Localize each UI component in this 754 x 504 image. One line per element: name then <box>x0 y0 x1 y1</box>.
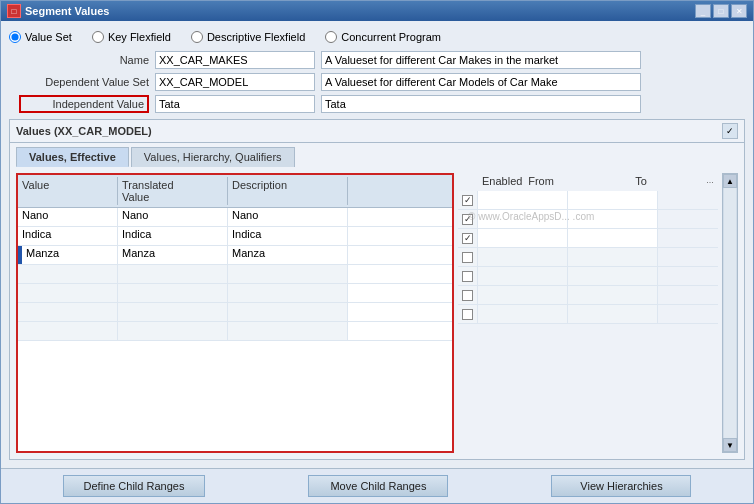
move-child-ranges-button[interactable]: Move Child Ranges <box>308 475 448 497</box>
table-row[interactable]: Indica Indica Indica <box>18 227 452 246</box>
cell-translated: Nano <box>118 208 228 226</box>
table-row[interactable] <box>18 322 452 341</box>
from-cell[interactable] <box>478 267 568 285</box>
cell-desc: Manza <box>228 246 348 264</box>
title-bar: □ Segment Values _ □ ✕ <box>1 1 753 21</box>
from-cell[interactable] <box>478 248 568 266</box>
values-header: Values (XX_CAR_MODEL) ✓ <box>10 120 744 143</box>
right-row <box>458 286 718 305</box>
table-row[interactable]: Nano Nano Nano <box>18 208 452 227</box>
checkbox[interactable] <box>462 290 473 301</box>
checkbox[interactable] <box>462 195 473 206</box>
enabled-check[interactable] <box>458 267 478 285</box>
from-cell[interactable] <box>478 210 568 228</box>
checkbox[interactable] <box>462 233 473 244</box>
enabled-check[interactable] <box>458 305 478 323</box>
right-panel: Enabled From To ... © www.OracleAppsD...… <box>458 173 718 453</box>
maximize-button[interactable]: □ <box>713 4 729 18</box>
independent-value-label: Independent Value <box>19 95 149 113</box>
table-header: Value TranslatedValue Description <box>18 175 452 208</box>
define-child-ranges-button[interactable]: Define Child Ranges <box>63 475 206 497</box>
values-title: Values (XX_CAR_MODEL) <box>16 125 152 137</box>
checkbox[interactable] <box>462 271 473 282</box>
scroll-up-button[interactable]: ▲ <box>723 174 737 188</box>
cell-desc: Indica <box>228 227 348 245</box>
to-cell[interactable] <box>568 229 658 247</box>
radio-concurrent-program-label: Concurrent Program <box>341 31 441 43</box>
cell-translated: Indica <box>118 227 228 245</box>
name-input[interactable] <box>155 51 315 69</box>
radio-key-flexfield-input[interactable] <box>92 31 104 43</box>
enabled-spacer <box>458 175 480 187</box>
radio-value-set-input[interactable] <box>9 31 21 43</box>
radio-concurrent-program-input[interactable] <box>325 31 337 43</box>
close-button[interactable]: ✕ <box>731 4 747 18</box>
table-row[interactable] <box>18 265 452 284</box>
table-row[interactable] <box>18 303 452 322</box>
name-desc-input[interactable] <box>321 51 641 69</box>
dep-value-set-input[interactable] <box>155 73 315 91</box>
form-section: Name Dependent Value Set Independent Val… <box>9 51 745 113</box>
cell-value <box>18 284 118 302</box>
name-label: Name <box>19 54 149 66</box>
enabled-check[interactable] <box>458 210 478 228</box>
to-cell[interactable] <box>568 191 658 209</box>
right-row <box>458 305 718 324</box>
to-cell[interactable] <box>568 267 658 285</box>
col-extra: ... <box>702 175 718 187</box>
table-row[interactable]: Manza Manza Manza <box>18 246 452 265</box>
independent-value-input[interactable] <box>155 95 315 113</box>
tab-hierarchy[interactable]: Values, Hierarchy, Qualifiers <box>131 147 295 167</box>
radio-descriptive-flexfield[interactable]: Descriptive Flexfield <box>191 31 305 43</box>
name-row: Name <box>19 51 745 69</box>
radio-key-flexfield-label: Key Flexfield <box>108 31 171 43</box>
right-header: Enabled From To ... <box>458 173 718 189</box>
radio-descriptive-flexfield-input[interactable] <box>191 31 203 43</box>
col-value: Value <box>18 177 118 205</box>
checkbox[interactable] <box>462 214 473 225</box>
enabled-check[interactable] <box>458 286 478 304</box>
from-cell[interactable] <box>478 305 568 323</box>
cell-value: Nano <box>18 208 118 226</box>
values-check-icon[interactable]: ✓ <box>722 123 738 139</box>
dep-value-set-row: Dependent Value Set <box>19 73 745 91</box>
radio-key-flexfield[interactable]: Key Flexfield <box>92 31 171 43</box>
radio-value-set-label: Value Set <box>25 31 72 43</box>
radio-concurrent-program[interactable]: Concurrent Program <box>325 31 441 43</box>
cell-translated <box>118 284 228 302</box>
scroll-down-button[interactable]: ▼ <box>723 438 737 452</box>
table-row[interactable] <box>18 284 452 303</box>
view-hierarchies-button[interactable]: View Hierarchies <box>551 475 691 497</box>
to-cell[interactable] <box>568 305 658 323</box>
enabled-check[interactable] <box>458 191 478 209</box>
cell-value: Indica <box>18 227 118 245</box>
from-cell[interactable] <box>478 229 568 247</box>
table-body: Nano Nano Nano Indica Indica Indica <box>18 208 452 451</box>
cell-translated <box>118 322 228 340</box>
right-row <box>458 248 718 267</box>
to-cell[interactable] <box>568 286 658 304</box>
radio-value-set[interactable]: Value Set <box>9 31 72 43</box>
tab-effective[interactable]: Values, Effective <box>16 147 129 167</box>
title-controls: _ □ ✕ <box>695 4 747 18</box>
buttons-row: Define Child Ranges Move Child Ranges Vi… <box>1 468 753 503</box>
minimize-button[interactable]: _ <box>695 4 711 18</box>
col-translated: TranslatedValue <box>118 177 228 205</box>
enabled-check[interactable] <box>458 248 478 266</box>
independent-value-desc-input[interactable] <box>321 95 641 113</box>
scrollbar[interactable]: ▲ ▼ <box>722 173 738 453</box>
scroll-track <box>724 188 736 438</box>
to-cell[interactable] <box>568 248 658 266</box>
dep-value-set-label: Dependent Value Set <box>19 76 149 88</box>
cell-desc <box>228 265 348 283</box>
from-cell[interactable] <box>478 191 568 209</box>
cell-value <box>18 265 118 283</box>
dep-value-set-desc-input[interactable] <box>321 73 641 91</box>
checkbox[interactable] <box>462 309 473 320</box>
to-cell[interactable] <box>568 210 658 228</box>
enabled-check[interactable] <box>458 229 478 247</box>
from-cell[interactable] <box>478 286 568 304</box>
checkbox[interactable] <box>462 252 473 263</box>
values-table: Value TranslatedValue Description Nano N… <box>16 173 454 453</box>
cell-desc <box>228 322 348 340</box>
